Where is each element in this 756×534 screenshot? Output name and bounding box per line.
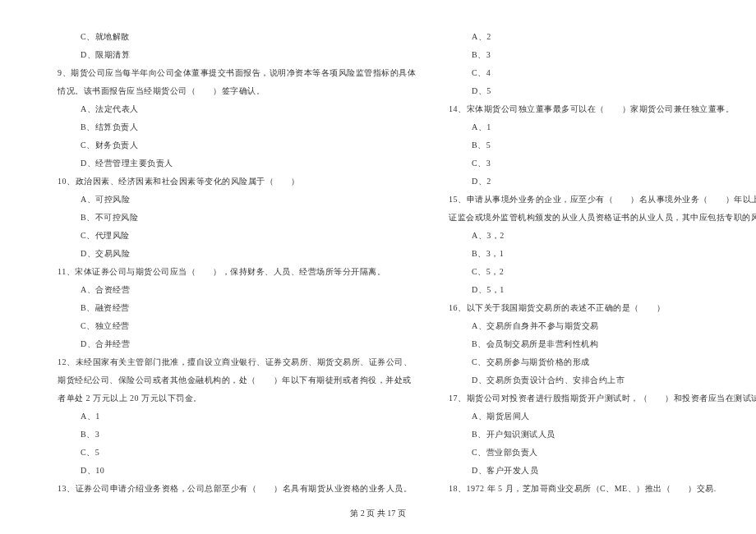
option: B、3，1 xyxy=(449,245,756,263)
question-10: 10、政治因素、经济因素和社会因素等变化的风险属于（ ） xyxy=(58,173,416,191)
option: B、开户知识测试人员 xyxy=(449,426,756,444)
page-columns: C、就地解散 D、限期清算 9、期货公司应当每半年向公司全体董事提交书面报告，说… xyxy=(58,28,698,504)
option: D、客户开发人员 xyxy=(449,462,756,480)
option: A、1 xyxy=(58,407,416,426)
option: A、2 xyxy=(449,28,756,46)
question-16: 16、以下关于我国期货交易所的表述不正确的是（ ） xyxy=(449,299,756,317)
option: A、可控风险 xyxy=(58,191,416,209)
question-15-cont: 证监会或境外监管机构颁发的从业人员资格证书的从业人员，其中应包括专职的风险管理人… xyxy=(449,209,756,227)
option: B、会员制交易所是非营利性机构 xyxy=(449,335,756,353)
option: D、2 xyxy=(449,173,756,191)
option: A、法定代表人 xyxy=(58,100,416,118)
option: D、合并经营 xyxy=(58,335,416,353)
option: B、结算负责人 xyxy=(58,118,416,136)
option: C、3 xyxy=(449,154,756,173)
option: A、3，2 xyxy=(449,227,756,245)
question-12: 12、未经国家有关主管部门批准，擅自设立商业银行、证券交易所、期货交易所、证券公… xyxy=(58,353,416,371)
option: A、1 xyxy=(449,118,756,136)
option: B、5 xyxy=(449,136,756,154)
option: D、交易所负责设计合约、安排合约上市 xyxy=(449,371,756,389)
option: D、5 xyxy=(449,82,756,100)
question-15: 15、申请从事境外业务的企业，应至少有（ ）名从事境外业务（ ）年以上并取得中国 xyxy=(449,191,756,209)
question-12-cont2: 者单处 2 万元以上 20 万元以下罚金。 xyxy=(58,389,416,407)
option: A、期货居间人 xyxy=(449,407,756,426)
option: B、3 xyxy=(449,46,756,64)
option: C、4 xyxy=(449,64,756,82)
question-17: 17、期货公司对投资者进行股指期货开户测试时，（ ）和投资者应当在测试试卷上签字… xyxy=(449,389,756,407)
question-18: 18、1972 年 5 月，芝加哥商业交易所（C、ME、）推出（ ）交易. xyxy=(449,480,756,498)
question-9-cont: 情况。该书面报告应当经期货公司（ ）签字确认。 xyxy=(58,82,416,100)
option: D、10 xyxy=(58,462,416,480)
option: C、交易所参与期货价格的形成 xyxy=(449,353,756,371)
option: D、限期清算 xyxy=(58,46,416,64)
question-11: 11、宋体证券公司与期货公司应当（ ），保持财务、人员、经营场所等分开隔离。 xyxy=(58,263,416,281)
option: B、融资经营 xyxy=(58,299,416,317)
option: C、独立经营 xyxy=(58,317,416,335)
right-column: A、2 B、3 C、4 D、5 14、宋体期货公司独立董事最多可以在（ ）家期货… xyxy=(449,28,756,504)
option: B、不可控风险 xyxy=(58,209,416,227)
option: C、代理风险 xyxy=(58,227,416,245)
left-column: C、就地解散 D、限期清算 9、期货公司应当每半年向公司全体董事提交书面报告，说… xyxy=(58,28,416,504)
option: C、营业部负责人 xyxy=(449,444,756,462)
question-9: 9、期货公司应当每半年向公司全体董事提交书面报告，说明净资本等各项风险监管指标的… xyxy=(58,64,416,82)
option: C、就地解散 xyxy=(58,28,416,46)
option: C、5，2 xyxy=(449,263,756,281)
question-13: 13、证券公司申请介绍业务资格，公司总部至少有（ ）名具有期货从业资格的业务人员… xyxy=(58,480,416,498)
option: B、3 xyxy=(58,426,416,444)
question-14: 14、宋体期货公司独立董事最多可以在（ ）家期货公司兼任独立董事。 xyxy=(449,100,756,118)
question-12-cont: 期货经纪公司、保险公司或者其他金融机构的，处（ ）年以下有期徒刑或者拘役，并处或 xyxy=(58,371,416,389)
option: C、5 xyxy=(58,444,416,462)
page-footer: 第 2 页 共 17 页 xyxy=(0,508,756,519)
option: A、交易所自身并不参与期货交易 xyxy=(449,317,756,335)
option: A、合资经营 xyxy=(58,281,416,299)
option: D、5，1 xyxy=(449,281,756,299)
option: D、经营管理主要负责人 xyxy=(58,154,416,173)
option: D、交易风险 xyxy=(58,245,416,263)
option: C、财务负责人 xyxy=(58,136,416,154)
